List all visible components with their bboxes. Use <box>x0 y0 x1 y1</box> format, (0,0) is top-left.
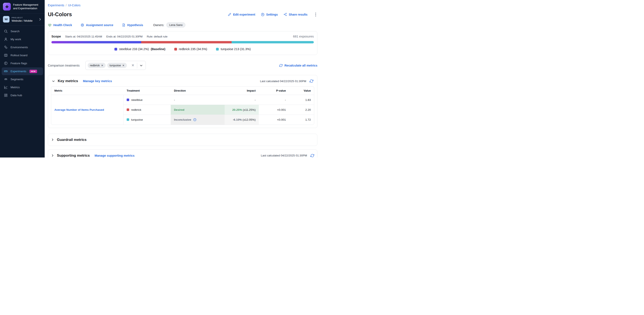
refresh-icon[interactable] <box>310 154 314 157</box>
section-title: Key metrics <box>58 79 78 83</box>
treatment-legend: steelblue 233 (34.2%) (Baseline) redbric… <box>52 47 314 51</box>
select-divider <box>137 63 137 68</box>
help-question-icon[interactable]: ? <box>193 118 196 121</box>
sidebar-item-segments[interactable]: Segments <box>2 75 43 83</box>
ruler-icon <box>4 69 8 73</box>
table-header-row: Metric Treatment Direction Impact P-valu… <box>51 86 314 95</box>
sidebar-item-label: Environments <box>10 46 28 49</box>
app-logo-row: Feature Management and Experimentation <box>0 0 45 13</box>
heart-check-icon <box>48 23 52 27</box>
section-title: Supporting metrics <box>57 153 90 158</box>
project-avatar: W/ <box>3 16 10 22</box>
supporting-header: Supporting metrics Manage supporting met… <box>51 153 314 158</box>
document-icon <box>122 23 126 27</box>
legend-item-redbrick: redbrick 235 (34.5%) <box>174 47 207 51</box>
svg-text:?: ? <box>194 119 195 121</box>
refresh-icon[interactable] <box>310 79 313 83</box>
search-icon <box>4 29 8 33</box>
sidebar-item-my-work[interactable]: My work <box>2 35 43 43</box>
hexagons-icon <box>4 45 8 49</box>
recalculate-all-metrics-button[interactable]: Recalculate all metrics <box>279 64 317 67</box>
sidebar-item-label: Metrics <box>10 86 20 89</box>
sidebar-item-data-hub[interactable]: Data hub <box>2 91 43 99</box>
chevron-down-icon[interactable] <box>139 64 144 67</box>
legend-item-steelblue: steelblue 233 (34.2%) (Baseline) <box>114 47 165 51</box>
sidebar-item-label: Data hub <box>10 94 22 97</box>
p-value-cell: - <box>259 95 289 105</box>
chip-turquoise[interactable]: turquoise ✕ <box>107 63 127 68</box>
comparison-label: Comparison treatments <box>48 64 80 67</box>
app-window: Feature Management and Experimentation W… <box>0 0 322 157</box>
share-results-button[interactable]: Share results <box>284 13 308 16</box>
bar-segment-steelblue <box>52 41 141 43</box>
col-treatment: Treatment <box>124 86 171 95</box>
main-content: Experiments / UI-Colors UI-Colors Edit e… <box>45 0 322 157</box>
key-metrics-header: Key metrics Manage key metrics Last calc… <box>51 78 314 84</box>
remove-chip-icon[interactable]: ✕ <box>122 64 124 67</box>
people-icon <box>4 77 8 81</box>
settings-button[interactable]: Settings <box>261 13 278 16</box>
scope-header: Scope Starts at: 04/20/2025 11:45AM Ends… <box>52 34 314 38</box>
sidebar-item-experiments[interactable]: Experiments NEW <box>2 67 43 75</box>
project-name: Website / Mobile <box>12 19 33 22</box>
sidebar-item-label: Experiments <box>10 70 26 73</box>
sidebar-item-environments[interactable]: Environments <box>2 43 43 51</box>
remove-chip-icon[interactable]: ✕ <box>101 64 103 67</box>
edit-experiment-button[interactable]: Edit experiment <box>228 13 255 16</box>
sidebar-item-feature-flags[interactable]: Feature flags <box>2 59 43 67</box>
value-cell: 1.83 <box>289 95 314 105</box>
bar-segment-redbrick <box>141 41 232 43</box>
table-row-steelblue: Average Number of Items Purchased steelb… <box>51 95 314 105</box>
chip-redbrick[interactable]: redbrick ✕ <box>88 63 106 68</box>
share-icon <box>284 13 287 16</box>
bar-segment-turquoise <box>232 41 314 43</box>
turquoise-swatch <box>216 48 219 50</box>
col-value: Value <box>289 86 314 95</box>
line-chart-icon <box>4 85 8 89</box>
scope-card: Scope Starts at: 04/20/2025 11:45AM Ends… <box>48 31 317 55</box>
chevron-right-icon <box>38 18 42 21</box>
clear-all-icon[interactable]: ✕ <box>130 63 135 68</box>
guardrail-header: Guardrail metrics <box>51 138 314 142</box>
value-cell: 1.72 <box>289 115 314 125</box>
sidebar-item-metrics[interactable]: Metrics <box>2 83 43 91</box>
flag-circle-icon <box>4 61 8 65</box>
sidebar-item-rollout-board[interactable]: Rollout board <box>2 51 43 59</box>
col-direction: Direction <box>171 86 225 95</box>
breadcrumb-experiments-link[interactable]: Experiments <box>48 3 64 7</box>
more-options-button[interactable] <box>314 12 317 17</box>
comparison-row: Comparison treatments redbrick ✕ turquoi… <box>48 61 317 70</box>
treatment-distribution-bar <box>52 41 314 43</box>
impact-cell: - <box>225 95 259 105</box>
metric-cell: Average Number of Items Purchased <box>51 95 124 125</box>
legend-item-turquoise: turquoise 213 (31.3%) <box>216 47 251 51</box>
col-metric: Metric <box>51 86 124 95</box>
key-metrics-section: Key metrics Manage key metrics Last calc… <box>48 75 317 128</box>
health-check-link[interactable]: Health Check <box>48 23 72 27</box>
assignment-source-link[interactable]: Assignment source <box>80 23 113 27</box>
app-title: Feature Management and Experimentation <box>13 3 42 10</box>
collapse-chevron-down-icon[interactable] <box>52 80 55 83</box>
turquoise-swatch <box>127 118 129 121</box>
collapse-chevron-right-icon[interactable] <box>51 138 54 141</box>
metric-name-link[interactable]: Average Number of Items Purchased <box>54 108 104 111</box>
collapse-chevron-right-icon[interactable] <box>51 154 54 157</box>
treatments-multiselect[interactable]: redbrick ✕ turquoise ✕ ✕ <box>85 61 146 70</box>
sidebar-item-search[interactable]: Search <box>2 27 43 35</box>
project-switcher[interactable]: W/ PROJECT Website / Mobile <box>0 13 45 25</box>
impact-cell: -6.10% (±12.05%) <box>225 115 259 125</box>
last-calculated-group: Last calculated 04/22/2025 01:30PM <box>260 79 313 83</box>
treatment-cell: steelblue <box>124 95 171 105</box>
project-label: PROJECT <box>12 16 33 19</box>
manage-supporting-metrics-link[interactable]: Manage supporting metrics <box>94 154 134 157</box>
owner-chip[interactable]: Lena Sano <box>166 22 186 27</box>
page-title: UI-Colors <box>48 11 72 17</box>
gear-icon <box>261 13 264 16</box>
hypothesis-link[interactable]: Hypothesis <box>122 23 143 27</box>
breadcrumb-current-link[interactable]: UI-Colors <box>68 3 80 7</box>
supporting-metrics-section: Supporting metrics Manage supporting met… <box>48 149 317 158</box>
sidebar-item-label: Search <box>10 30 20 33</box>
key-metrics-table: Metric Treatment Direction Impact P-valu… <box>51 86 314 125</box>
treatment-cell: turquoise <box>124 115 171 125</box>
manage-key-metrics-link[interactable]: Manage key metrics <box>83 79 112 83</box>
